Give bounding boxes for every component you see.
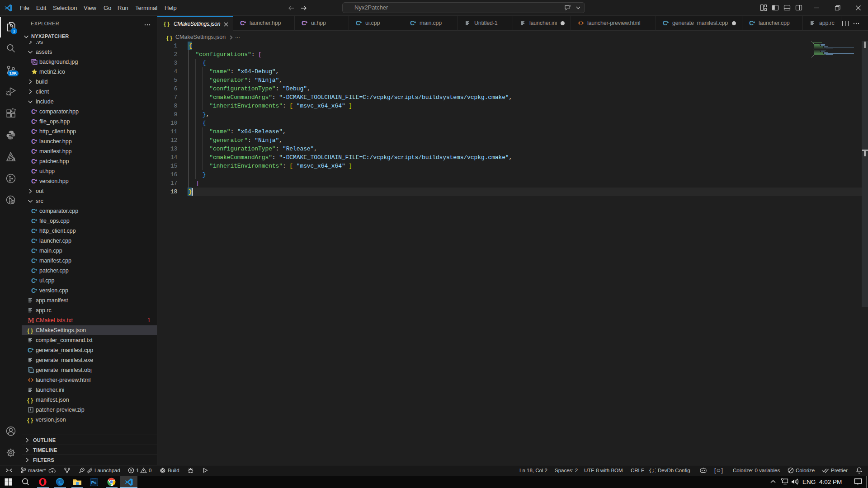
svg-text:}: } bbox=[31, 327, 33, 334]
svg-text:{: { bbox=[27, 417, 29, 423]
svg-text:C: C bbox=[749, 19, 754, 27]
svg-text:C: C bbox=[302, 19, 306, 27]
svg-text:M: M bbox=[28, 317, 34, 324]
svg-text:C: C bbox=[31, 207, 36, 215]
svg-text:C: C bbox=[31, 257, 36, 264]
svg-text:C: C bbox=[31, 267, 36, 274]
svg-text:C: C bbox=[31, 217, 36, 225]
svg-text:{: { bbox=[164, 20, 166, 27]
svg-text:C: C bbox=[31, 277, 36, 284]
svg-text:{;}: {;} bbox=[649, 468, 656, 474]
svg-text:C: C bbox=[31, 138, 36, 145]
svg-text:[☺]: [☺] bbox=[714, 467, 723, 474]
svg-text:C: C bbox=[31, 237, 36, 244]
svg-text:C: C bbox=[356, 19, 360, 27]
svg-text:C: C bbox=[28, 347, 32, 354]
svg-text:C: C bbox=[31, 227, 36, 235]
svg-text:}: } bbox=[170, 34, 172, 41]
svg-text:C: C bbox=[663, 19, 667, 27]
svg-text:C: C bbox=[31, 178, 36, 185]
svg-text:C: C bbox=[31, 108, 36, 115]
svg-text:C: C bbox=[31, 168, 36, 175]
svg-text:{: { bbox=[27, 327, 29, 334]
svg-text:C: C bbox=[31, 128, 36, 135]
svg-text:}: } bbox=[31, 397, 33, 404]
svg-text:C: C bbox=[31, 247, 36, 254]
svg-text:C: C bbox=[31, 287, 36, 294]
svg-text:{: { bbox=[27, 397, 29, 404]
svg-text:Ps: Ps bbox=[91, 480, 97, 485]
svg-text:{: { bbox=[166, 34, 169, 41]
svg-text:}: } bbox=[31, 417, 33, 423]
svg-text:C: C bbox=[410, 19, 415, 27]
svg-text:C: C bbox=[240, 19, 245, 27]
svg-text:C: C bbox=[31, 148, 36, 155]
svg-text:C: C bbox=[31, 158, 36, 165]
svg-text:C: C bbox=[31, 118, 36, 125]
svg-text:}: } bbox=[167, 20, 170, 27]
